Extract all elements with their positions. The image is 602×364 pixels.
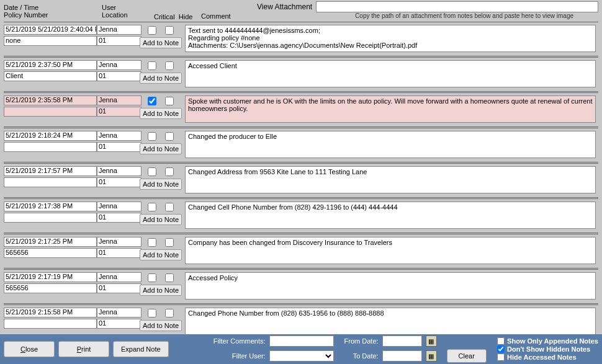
hide-checkbox[interactable] [165, 132, 174, 141]
add-to-note-button[interactable]: Add to Note [140, 285, 182, 296]
location-field[interactable]: 01 [97, 107, 142, 117]
add-to-note-button[interactable]: Add to Note [140, 214, 182, 225]
expand-note-button[interactable]: Expand Note [113, 341, 169, 357]
view-attachment-label: View Attachment [257, 2, 312, 11]
location-field[interactable]: 01 [97, 177, 142, 187]
user-field[interactable]: Jenna [97, 272, 142, 282]
location-field[interactable]: 01 [97, 142, 142, 152]
comment-field[interactable]: Text sent to 4444444444@jenesissms.com;R… [185, 25, 596, 52]
add-to-note-button[interactable]: Add to Note [140, 249, 182, 260]
user-field[interactable]: Jenna [97, 202, 142, 211]
from-date-input[interactable] [382, 335, 422, 347]
location-field[interactable]: 01 [97, 36, 142, 46]
dont-show-hidden-checkbox[interactable] [497, 345, 505, 353]
header-hide: Hide [179, 13, 193, 20]
to-date-input[interactable] [382, 350, 422, 362]
hide-checkbox[interactable] [165, 309, 174, 317]
add-to-note-button[interactable]: Add to Note [140, 37, 182, 48]
critical-checkbox[interactable] [148, 26, 156, 35]
print-button[interactable]: Print [58, 341, 109, 357]
user-field[interactable]: Jenna [97, 25, 142, 35]
filter-user-select[interactable] [269, 350, 334, 362]
policy-field[interactable] [4, 177, 97, 187]
hide-checkbox[interactable] [165, 238, 174, 247]
hide-checkbox[interactable] [165, 26, 174, 35]
critical-checkbox[interactable] [148, 273, 156, 282]
from-date-calendar-button[interactable]: ▦ [426, 335, 437, 347]
comment-field[interactable]: Company has been changed from Discovery … [185, 237, 596, 264]
header-datetime: Date / Time [4, 4, 97, 11]
datetime-field[interactable]: 5/21/2019 2:17:19 PM [4, 272, 97, 282]
datetime-field[interactable]: 5/21/2019 2:18:24 PM [4, 131, 97, 141]
to-date-label: To Date: [338, 352, 379, 360]
policy-field[interactable] [4, 142, 97, 152]
policy-field[interactable]: none [4, 36, 97, 46]
user-field[interactable]: Jenna [97, 166, 142, 176]
datetime-field[interactable]: 5/21/2019 2:17:57 PM [4, 166, 97, 176]
datetime-field[interactable]: 5/21/2019 2:15:58 PM [4, 308, 97, 317]
header-user: User [102, 4, 146, 11]
hide-accessed-checkbox[interactable] [497, 353, 505, 361]
hide-accessed-option[interactable]: Hide Accessed Notes [497, 353, 598, 361]
critical-checkbox[interactable] [148, 167, 156, 176]
note-row: 5/21/2019 5/21/2019 2:40:04 PM none Jenn… [4, 22, 598, 56]
datetime-field[interactable]: 5/21/2019 5/21/2019 2:40:04 PM [4, 25, 97, 35]
comment-field[interactable]: Changed Address from 9563 Kite Lane to 1… [185, 166, 596, 193]
critical-checkbox[interactable] [148, 132, 156, 141]
location-field[interactable]: 01 [97, 248, 142, 258]
hide-checkbox[interactable] [165, 167, 174, 176]
policy-field[interactable]: 565656 [4, 248, 97, 258]
filter-comments-label: Filter Comments: [204, 337, 266, 345]
hide-checkbox[interactable] [165, 61, 174, 70]
add-to-note-button[interactable]: Add to Note [140, 179, 182, 190]
comment-field[interactable]: Changed Cell Phone Number from (828) 429… [185, 202, 596, 229]
add-to-note-button[interactable]: Add to Note [140, 73, 182, 84]
policy-field[interactable] [4, 107, 97, 117]
attachment-help-text: Copy the path of an attachment from note… [231, 12, 598, 20]
add-to-note-button[interactable]: Add to Note [140, 108, 182, 119]
critical-checkbox[interactable] [148, 203, 156, 211]
comment-field[interactable]: Spoke with customer and he is OK with th… [185, 95, 596, 123]
clear-button[interactable]: Clear [447, 349, 487, 363]
user-field[interactable]: Jenna [97, 131, 142, 141]
comment-field[interactable]: Accessed Client [185, 60, 596, 87]
policy-field[interactable] [4, 213, 97, 223]
comment-field[interactable]: Accessed Policy [185, 272, 596, 300]
user-field[interactable]: Jenna [97, 60, 142, 70]
datetime-field[interactable]: 5/21/2019 2:35:58 PM [4, 95, 97, 105]
critical-checkbox[interactable] [148, 97, 156, 105]
policy-field[interactable] [4, 319, 97, 329]
header-critical: Critical [154, 13, 175, 20]
location-field[interactable]: 01 [97, 213, 142, 223]
hide-checkbox[interactable] [165, 273, 174, 282]
comment-field[interactable]: Changed the producer to Elle [185, 131, 596, 158]
datetime-field[interactable]: 5/21/2019 2:37:50 PM [4, 60, 97, 70]
filter-comments-input[interactable] [269, 335, 334, 347]
show-only-appended-option[interactable]: Show Only Appended Notes [497, 337, 598, 345]
hide-checkbox[interactable] [165, 97, 174, 105]
header-policy: Policy Number [4, 11, 97, 19]
add-to-note-button[interactable]: Add to Note [140, 143, 182, 154]
user-field[interactable]: Jenna [97, 308, 142, 317]
critical-checkbox[interactable] [148, 61, 156, 70]
close-button[interactable]: Close [4, 341, 55, 357]
location-field[interactable]: 01 [97, 319, 142, 329]
hide-checkbox[interactable] [165, 203, 174, 211]
critical-checkbox[interactable] [148, 309, 156, 317]
user-field[interactable]: Jenna [97, 237, 142, 247]
policy-field[interactable]: Client [4, 71, 97, 81]
policy-field[interactable]: 565656 [4, 283, 97, 293]
datetime-field[interactable]: 5/21/2019 2:17:25 PM [4, 237, 97, 247]
add-to-note-button[interactable]: Add to Note [140, 320, 182, 331]
critical-checkbox[interactable] [148, 238, 156, 247]
user-field[interactable]: Jenna [97, 95, 142, 105]
note-row: 5/21/2019 2:18:24 PM Jenna 01 Add to Not… [4, 128, 598, 162]
to-date-calendar-button[interactable]: ▦ [426, 350, 437, 362]
comment-field[interactable]: Changed Phone Number from (828) 635-1956… [185, 308, 596, 335]
view-attachment-input[interactable] [316, 1, 598, 12]
show-only-appended-checkbox[interactable] [497, 337, 505, 345]
location-field[interactable]: 01 [97, 71, 142, 81]
dont-show-hidden-option[interactable]: Don't Show Hidden Notes [497, 345, 598, 353]
datetime-field[interactable]: 5/21/2019 2:17:38 PM [4, 202, 97, 211]
location-field[interactable]: 01 [97, 283, 142, 293]
